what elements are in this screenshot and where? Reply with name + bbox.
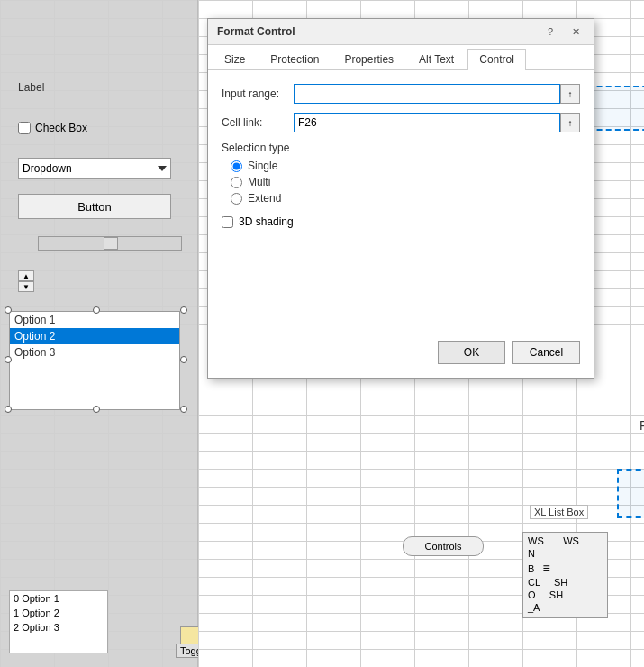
label-control: Label [18, 81, 44, 94]
dialog-controls: ? ✕ [541, 24, 585, 39]
format-control-dialog: Format Control ? ✕ Size Protection Prope… [207, 18, 594, 379]
dialog-close-button[interactable]: ✕ [567, 24, 585, 39]
node-controls[interactable]: Controls [403, 536, 484, 556]
list-item[interactable]: 0 Option 1 [10, 591, 107, 606]
input-range-button[interactable]: ↑ [560, 84, 580, 104]
cell-link-label: Cell link: [222, 116, 294, 129]
checkbox-control[interactable]: Check Box [18, 122, 87, 134]
checkbox-input[interactable] [18, 122, 31, 134]
shading-checkbox[interactable] [222, 216, 233, 228]
shading-row: 3D shading [222, 215, 580, 228]
spinner-control[interactable]: ▲ ▼ [18, 270, 34, 292]
cancel-button[interactable]: Cancel [512, 341, 580, 364]
input-range-label: Input range: [222, 87, 294, 100]
selection-handle [180, 406, 187, 413]
list-item[interactable]: 1 Option 2 [10, 606, 107, 620]
dialog-footer: OK Cancel [438, 341, 580, 364]
selection-handle [5, 306, 12, 314]
radio-extend-row: Extend [231, 192, 580, 205]
list-item[interactable]: Option 3 [10, 344, 179, 361]
list-item-selected[interactable]: Option 2 [10, 328, 179, 344]
radio-extend[interactable] [231, 193, 242, 205]
radio-single[interactable] [231, 160, 242, 172]
ws-row-ws: WS WS [528, 535, 603, 546]
ws-row-n: N [528, 548, 603, 559]
dialog-title: Format Control [217, 25, 295, 38]
radio-single-row: Single [231, 160, 580, 172]
selection-handle [5, 356, 12, 363]
button-label: Button [77, 200, 112, 214]
list-item[interactable]: Option 1 [10, 312, 179, 328]
spinner-down[interactable]: ▼ [18, 281, 34, 292]
selection-handle [180, 356, 187, 363]
radio-multi-row: Multi [231, 176, 580, 188]
shading-label: 3D shading [239, 215, 294, 228]
xl-listbox-label-1: XL List Box [530, 505, 588, 519]
node-ws[interactable]: WS WS N B ≡ CL SH O SH _A [522, 532, 608, 618]
ws-row-b: B ≡ [528, 561, 603, 575]
ws-row-o: O SH [528, 589, 603, 600]
dialog-titlebar: Format Control ? ✕ [208, 19, 594, 45]
dialog-help-button[interactable]: ? [541, 24, 559, 39]
tab-control[interactable]: Control [467, 49, 526, 70]
selection-type-label: Selection type [222, 142, 580, 154]
listbox-bottom-left[interactable]: 0 Option 1 1 Option 2 2 Option 3 [9, 590, 108, 653]
selection-handle [93, 306, 100, 314]
dropdown-arrow-icon [158, 166, 167, 171]
listbox-left[interactable]: Option 1 Option 2 Option 3 [9, 311, 180, 410]
cell-false: FALSE [639, 418, 644, 433]
selection-handle [93, 406, 100, 413]
spinner-up[interactable]: ▲ [18, 270, 34, 281]
button-control[interactable]: Button [18, 194, 171, 219]
cell-link-button[interactable]: ↑ [560, 113, 580, 132]
list-item[interactable]: 2 Option 3 [10, 620, 107, 635]
cell-link-row: Cell link: ↑ [222, 113, 580, 132]
input-range-row: Input range: ↑ [222, 84, 580, 104]
ok-button[interactable]: OK [438, 341, 505, 364]
tab-properties[interactable]: Properties [332, 49, 405, 69]
radio-multi[interactable] [231, 177, 242, 188]
scrollbar-thumb [104, 237, 118, 250]
dropdown-label: Dropdown [23, 162, 72, 175]
node-controls-label: Controls [425, 541, 462, 552]
input-range-field[interactable] [294, 84, 560, 104]
radio-single-label: Single [248, 160, 277, 172]
dialog-body: Input range: ↑ Cell link: ↑ Selection ty… [208, 70, 594, 242]
selection-handle [180, 306, 187, 314]
tab-size[interactable]: Size [213, 49, 257, 69]
selection-type-section: Selection type Single Multi Extend [222, 142, 580, 205]
radio-multi-label: Multi [248, 176, 270, 188]
ws-row-cl: CL SH [528, 577, 603, 588]
dropdown-control[interactable]: Dropdown [18, 158, 171, 179]
cell-link-field[interactable] [294, 113, 560, 132]
dialog-tabs: Size Protection Properties Alt Text Cont… [208, 45, 594, 70]
checkbox-label: Check Box [35, 122, 87, 134]
selection-handle [5, 406, 12, 413]
ws-row-a: _A [528, 602, 603, 613]
tab-protection[interactable]: Protection [259, 49, 331, 69]
scrollbar-control[interactable] [38, 236, 182, 251]
left-panel: Label Check Box Dropdown Button ▲ ▼ Opti… [0, 0, 198, 667]
tab-alt-text[interactable]: Alt Text [407, 49, 466, 69]
radio-extend-label: Extend [248, 192, 281, 205]
